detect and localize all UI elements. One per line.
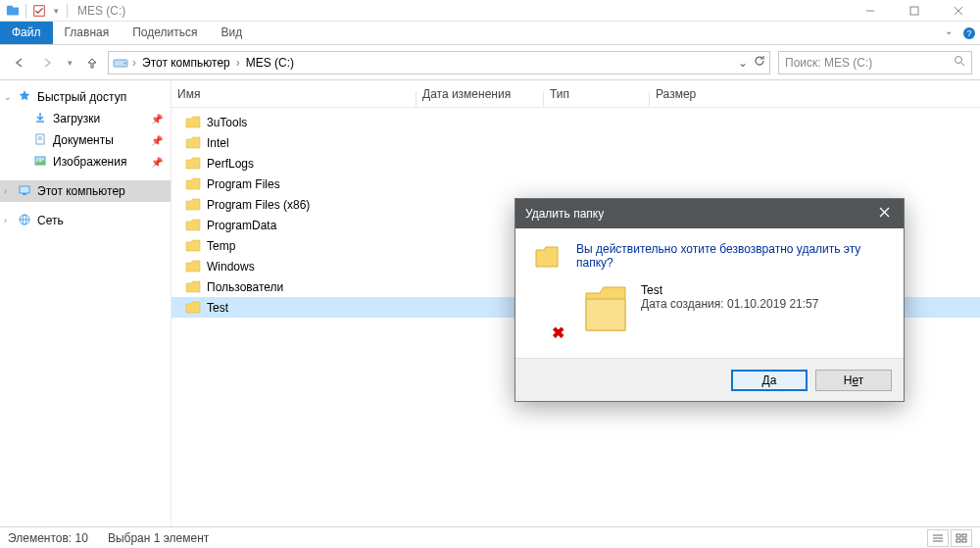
svg-point-18 bbox=[37, 159, 39, 161]
pin-icon: 📌 bbox=[151, 114, 163, 125]
file-row[interactable]: Program Files bbox=[172, 174, 980, 194]
sidebar-item-label: Изображения bbox=[53, 155, 126, 169]
sidebar-quick-access[interactable]: ⌄ Быстрый доступ bbox=[0, 86, 171, 108]
qa-properties-icon[interactable] bbox=[32, 4, 46, 18]
file-row[interactable]: 3uTools bbox=[172, 112, 980, 132]
file-name: 3uTools bbox=[207, 116, 247, 129]
no-button[interactable]: Нет bbox=[815, 370, 892, 391]
breadcrumb[interactable]: MES (C:) bbox=[242, 56, 298, 70]
file-name: Program Files (x86) bbox=[207, 198, 310, 212]
ribbon-tabs: Файл Главная Поделиться Вид ⌄ ? bbox=[0, 22, 980, 45]
folder-icon bbox=[185, 259, 201, 274]
sidebar-item-documents[interactable]: Документы 📌 bbox=[0, 129, 171, 151]
help-button[interactable]: ? bbox=[958, 22, 980, 44]
separator bbox=[25, 4, 26, 18]
tab-file[interactable]: Файл bbox=[0, 22, 53, 44]
sidebar-this-pc[interactable]: › Этот компьютер bbox=[0, 180, 171, 202]
dialog-title: Удалить папку bbox=[525, 207, 604, 221]
search-placeholder: Поиск: MES (C:) bbox=[785, 56, 872, 70]
dialog-titlebar[interactable]: Удалить папку bbox=[515, 199, 904, 228]
svg-line-12 bbox=[961, 63, 964, 66]
minimize-button[interactable] bbox=[848, 0, 892, 22]
tab-view[interactable]: Вид bbox=[209, 22, 254, 44]
file-name: Temp bbox=[207, 239, 235, 253]
refresh-button[interactable] bbox=[754, 55, 765, 70]
column-name: Имя bbox=[177, 87, 422, 101]
forward-button[interactable] bbox=[35, 51, 59, 75]
chevron-right-icon[interactable]: › bbox=[130, 56, 138, 70]
status-selection: Выбран 1 элемент bbox=[108, 531, 209, 545]
drive-icon bbox=[113, 55, 128, 71]
window-title: MES (C:) bbox=[74, 4, 125, 18]
expand-icon[interactable]: › bbox=[4, 186, 7, 196]
folder-icon bbox=[582, 281, 629, 340]
pc-icon bbox=[18, 183, 31, 200]
svg-rect-4 bbox=[910, 7, 918, 15]
view-details-button[interactable] bbox=[927, 529, 949, 547]
star-icon bbox=[18, 89, 31, 106]
document-icon bbox=[33, 132, 47, 149]
sidebar-item-downloads[interactable]: Загрузки 📌 bbox=[0, 108, 171, 129]
navigation-bar: ▾ › Этот компьютер › MES (C:) ⌄ Поиск: M… bbox=[0, 45, 980, 80]
tab-home[interactable]: Главная bbox=[53, 22, 122, 44]
delete-folder-dialog: Удалить папку ✖ Вы действительно хотите … bbox=[514, 198, 905, 402]
titlebar: ▾ MES (C:) bbox=[0, 0, 980, 22]
svg-rect-29 bbox=[956, 534, 960, 537]
column-date: Дата изменения bbox=[422, 87, 550, 101]
dialog-close-button[interactable] bbox=[874, 207, 894, 221]
file-name: Пользователи bbox=[207, 280, 283, 294]
image-icon bbox=[33, 154, 47, 171]
svg-rect-1 bbox=[7, 5, 13, 8]
sidebar-item-label: Загрузки bbox=[53, 112, 100, 125]
dialog-item-name: Test bbox=[641, 283, 818, 297]
tab-share[interactable]: Поделиться bbox=[121, 22, 209, 44]
up-button[interactable] bbox=[80, 51, 104, 75]
svg-rect-32 bbox=[962, 539, 966, 542]
pin-icon: 📌 bbox=[151, 157, 163, 168]
dialog-question: Вы действительно хотите безвозвратно уда… bbox=[576, 242, 886, 270]
folder-icon bbox=[185, 218, 201, 233]
expand-icon[interactable]: ⌄ bbox=[4, 92, 12, 102]
content-area: Имя Дата изменения Тип Размер 3uToolsInt… bbox=[172, 80, 980, 526]
sidebar-item-pictures[interactable]: Изображения 📌 bbox=[0, 151, 171, 173]
view-large-icons-button[interactable] bbox=[951, 529, 972, 547]
svg-rect-19 bbox=[20, 186, 29, 193]
recent-dropdown-icon[interactable]: ▾ bbox=[63, 51, 76, 75]
sidebar-label: Сеть bbox=[37, 214, 64, 227]
qa-dropdown-icon[interactable]: ▾ bbox=[52, 6, 61, 16]
file-name: PerfLogs bbox=[207, 157, 254, 171]
folder-icon bbox=[185, 238, 201, 254]
address-bar[interactable]: › Этот компьютер › MES (C:) ⌄ bbox=[108, 51, 770, 75]
dialog-item-meta: Дата создания: 01.10.2019 21:57 bbox=[641, 297, 818, 311]
breadcrumb[interactable]: Этот компьютер bbox=[138, 56, 234, 70]
sidebar-network[interactable]: › Сеть bbox=[0, 210, 171, 231]
status-count: Элементов: 10 bbox=[8, 531, 88, 545]
sidebar: ⌄ Быстрый доступ Загрузки 📌 Документы 📌 … bbox=[0, 80, 172, 526]
svg-rect-20 bbox=[23, 193, 26, 195]
file-name: Windows bbox=[207, 260, 255, 274]
folder-icon bbox=[185, 279, 201, 295]
sidebar-item-label: Документы bbox=[53, 133, 114, 147]
folder-icon bbox=[185, 115, 201, 130]
close-button[interactable] bbox=[936, 0, 980, 22]
file-row[interactable]: Intel bbox=[172, 132, 980, 153]
chevron-right-icon[interactable]: › bbox=[234, 56, 242, 70]
folder-icon bbox=[185, 135, 201, 151]
download-icon bbox=[33, 111, 47, 127]
folder-icon bbox=[185, 176, 201, 192]
ribbon-collapse-icon[interactable]: ⌄ bbox=[939, 22, 958, 44]
expand-icon[interactable]: › bbox=[4, 216, 7, 225]
back-button[interactable] bbox=[8, 51, 31, 75]
file-name: Test bbox=[207, 301, 228, 315]
maximize-button[interactable] bbox=[892, 0, 936, 22]
svg-rect-30 bbox=[962, 534, 966, 537]
address-dropdown-icon[interactable]: ⌄ bbox=[738, 56, 748, 70]
file-row[interactable]: PerfLogs bbox=[172, 153, 980, 174]
search-icon bbox=[954, 55, 965, 70]
status-bar: Элементов: 10 Выбран 1 элемент bbox=[0, 526, 980, 548]
file-name: Program Files bbox=[207, 177, 280, 191]
app-icon bbox=[6, 4, 20, 18]
column-headers[interactable]: Имя Дата изменения Тип Размер bbox=[172, 80, 980, 108]
yes-button[interactable]: Да bbox=[731, 370, 808, 391]
search-input[interactable]: Поиск: MES (C:) bbox=[778, 51, 972, 75]
